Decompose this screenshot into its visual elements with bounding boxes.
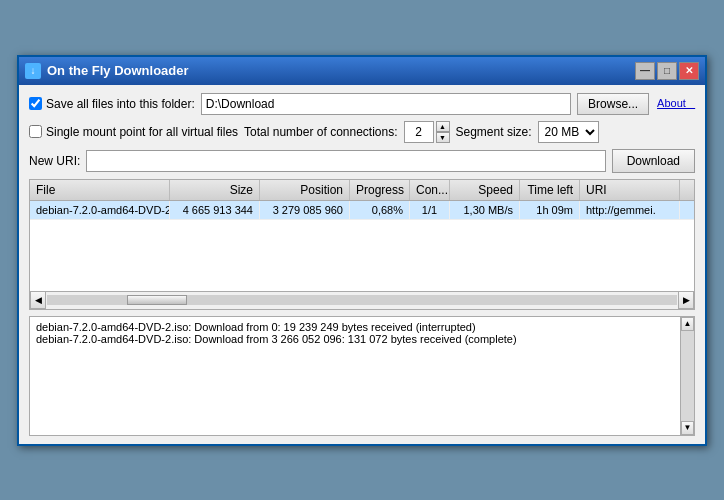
cell-position: 3 279 085 960 [260, 201, 350, 219]
title-buttons: — □ ✕ [635, 62, 699, 80]
col-header-uri: URI [580, 180, 680, 200]
vertical-scrollbar: ▲ ▼ [680, 317, 694, 435]
browse-button[interactable]: Browse... [577, 93, 649, 115]
top-right: About _ [649, 93, 695, 149]
cell-size: 4 665 913 344 [170, 201, 260, 219]
spinner-down[interactable]: ▼ [436, 132, 450, 143]
segment-select[interactable]: 20 MB [538, 121, 599, 143]
top-section: Save all files into this folder: Browse.… [29, 93, 695, 149]
downloads-table: File Size Position Progress Con... Speed… [29, 179, 695, 310]
scroll-up-button[interactable]: ▲ [681, 317, 694, 331]
cell-progress: 0,68% [350, 201, 410, 219]
connections-label: Total number of connections: [244, 125, 397, 139]
uri-label: New URI: [29, 154, 80, 168]
cell-time: 1h 09m [520, 201, 580, 219]
save-folder-label: Save all files into this folder: [46, 97, 195, 111]
uri-input[interactable] [86, 150, 605, 172]
minimize-button[interactable]: — [635, 62, 655, 80]
app-icon: ↓ [25, 63, 41, 79]
scroll-down-button[interactable]: ▼ [681, 421, 694, 435]
title-bar-left: ↓ On the Fly Downloader [25, 63, 189, 79]
app-icon-glyph: ↓ [31, 65, 36, 76]
col-header-speed: Speed [450, 180, 520, 200]
col-header-progress: Progress [350, 180, 410, 200]
col-header-time: Time left [520, 180, 580, 200]
col-header-con: Con... [410, 180, 450, 200]
col-header-position: Position [260, 180, 350, 200]
top-left: Save all files into this folder: Browse.… [29, 93, 649, 149]
folder-path-input[interactable] [201, 93, 571, 115]
save-folder-checkbox[interactable] [29, 97, 42, 110]
scroll-v-track[interactable] [681, 331, 694, 421]
col-header-file: File [30, 180, 170, 200]
window-content: Save all files into this folder: Browse.… [19, 85, 705, 444]
spinner-arrows: ▲ ▼ [436, 121, 450, 143]
horizontal-scrollbar: ◀ ▶ [30, 291, 694, 309]
log-area: debian-7.2.0-amd64-DVD-2.iso: Download f… [29, 316, 695, 436]
single-mount-text: Single mount point for all virtual files [46, 125, 238, 139]
scroll-track[interactable] [47, 295, 677, 305]
maximize-button[interactable]: □ [657, 62, 677, 80]
close-button[interactable]: ✕ [679, 62, 699, 80]
table-body: debian-7.2.0-amd64-DVD-2.iso 4 665 913 3… [30, 201, 694, 291]
save-folder-checkbox-label[interactable]: Save all files into this folder: [29, 97, 195, 111]
title-bar: ↓ On the Fly Downloader — □ ✕ [19, 57, 705, 85]
save-folder-row: Save all files into this folder: Browse.… [29, 93, 649, 115]
log-line-1: debian-7.2.0-amd64-DVD-2.iso: Download f… [36, 321, 688, 333]
spinner-up[interactable]: ▲ [436, 121, 450, 132]
about-link[interactable]: About _ [649, 97, 695, 109]
options-row: Single mount point for all virtual files… [29, 121, 649, 143]
table-header: File Size Position Progress Con... Speed… [30, 180, 694, 201]
scroll-thumb[interactable] [127, 295, 187, 305]
table-row[interactable]: debian-7.2.0-amd64-DVD-2.iso 4 665 913 3… [30, 201, 694, 220]
scroll-left-button[interactable]: ◀ [30, 291, 46, 309]
log-line-2: debian-7.2.0-amd64-DVD-2.iso: Download f… [36, 333, 688, 345]
cell-con: 1/1 [410, 201, 450, 219]
single-mount-checkbox[interactable] [29, 125, 42, 138]
cell-file: debian-7.2.0-amd64-DVD-2.iso [30, 201, 170, 219]
uri-row: New URI: Download [29, 149, 695, 173]
cell-speed: 1,30 MB/s [450, 201, 520, 219]
cell-uri: http://gemmei. [580, 201, 680, 219]
scroll-right-button[interactable]: ▶ [678, 291, 694, 309]
download-button[interactable]: Download [612, 149, 695, 173]
connections-input[interactable] [404, 121, 434, 143]
connections-spinner: ▲ ▼ [404, 121, 450, 143]
single-mount-label[interactable]: Single mount point for all virtual files [29, 125, 238, 139]
col-header-size: Size [170, 180, 260, 200]
window-title: On the Fly Downloader [47, 63, 189, 78]
segment-label: Segment size: [456, 125, 532, 139]
main-window: ↓ On the Fly Downloader — □ ✕ Save all f… [17, 55, 707, 446]
